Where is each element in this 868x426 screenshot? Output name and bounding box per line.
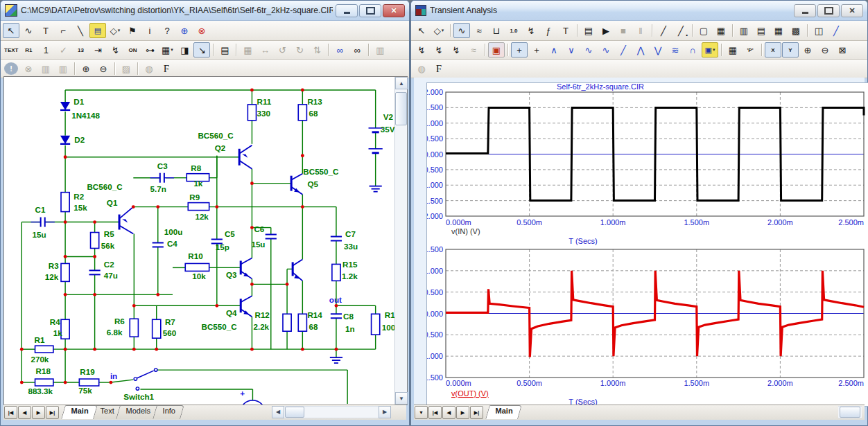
tab-nav-button[interactable]: ▶| <box>470 406 483 419</box>
page-tab-main[interactable]: Main <box>485 405 522 419</box>
font-button[interactable]: F <box>431 61 447 76</box>
hscroll-thumb[interactable] <box>840 407 860 418</box>
rotate-cw-button[interactable]: ↻ <box>291 42 308 57</box>
error-circle-icon[interactable]: ⊗ <box>20 61 37 76</box>
select-box-tool[interactable]: ▦ <box>239 42 256 57</box>
run-button[interactable]: ▶ <box>598 23 614 38</box>
close-button[interactable]: ✕ <box>383 4 405 17</box>
current-arrows-toggle[interactable]: ⇥ <box>89 42 106 57</box>
tab-nav-button[interactable]: |◀ <box>428 406 442 419</box>
flip-horizontal-button[interactable]: ↔ <box>257 42 273 57</box>
trace-label[interactable]: v(IN) (V) <box>451 227 480 236</box>
copy-picture-button[interactable]: ▥ <box>37 61 54 76</box>
zoom-in-button[interactable]: ⊕ <box>78 61 94 76</box>
bus-tool[interactable]: ▤ <box>89 23 106 38</box>
node-numbers-toggle[interactable]: 1 <box>37 42 54 57</box>
numeric-output-button[interactable]: ▦ <box>724 42 741 57</box>
hold-box-button[interactable]: ⊔ <box>488 23 505 38</box>
node-voltages-toggle[interactable]: 13 <box>72 42 89 57</box>
help-topics-button[interactable]: ▥ <box>372 42 388 57</box>
box-zoom-button[interactable]: ▨ <box>118 61 134 76</box>
split-plots-button[interactable]: ◫ <box>810 23 827 38</box>
pattern-hlines-button[interactable]: ▤ <box>753 23 770 38</box>
cursor-h-button[interactable]: + <box>511 42 528 57</box>
stop-button[interactable]: ■ <box>615 23 632 38</box>
valley-button[interactable]: ∨ <box>563 42 580 57</box>
flag-tool[interactable]: ⚑ <box>124 23 141 38</box>
web-icon[interactable]: ⊕ <box>176 23 193 38</box>
cursor-v-button[interactable]: + <box>528 42 545 57</box>
probe-off-icon[interactable]: ≈ <box>465 42 482 57</box>
dropdown-arrow-icon[interactable]: ▾ <box>442 28 444 33</box>
help-mode-tool[interactable]: ? <box>159 23 175 38</box>
schematic-hscrollbar[interactable]: ◀ ▶ <box>272 406 391 418</box>
zoom-box-button[interactable]: ⊠ <box>834 42 851 57</box>
conditions-toggle[interactable]: ON <box>124 42 141 57</box>
top-button[interactable]: ∩ <box>684 42 701 57</box>
border-toggle[interactable]: ◨ <box>176 42 193 57</box>
find-button[interactable]: ∞ <box>349 42 365 57</box>
plot-hscrollbar[interactable] <box>838 406 862 418</box>
properties-button[interactable]: ▤ <box>580 23 597 38</box>
x-scale-button[interactable]: X <box>765 42 781 57</box>
info-tool[interactable]: i <box>141 23 158 38</box>
tab-nav-button[interactable]: ▼ <box>415 406 428 419</box>
high-button[interactable]: ∿ <box>580 42 597 57</box>
dropdown-arrow-icon[interactable]: ▾ <box>171 47 173 53</box>
axis-format-button[interactable]: 1.0 <box>505 23 522 38</box>
peak-button[interactable]: ∧ <box>546 42 562 57</box>
tab-nav-button[interactable]: ▶ <box>32 406 45 419</box>
schematic-canvas[interactable]: D11N4148D2R215kC115uBC560_CQ1C35.7nR81kR… <box>4 77 395 405</box>
maximize-button[interactable] <box>359 4 381 17</box>
node-snap-toggle[interactable]: ↘ <box>193 42 210 57</box>
select-tool[interactable]: ↖ <box>3 23 19 38</box>
xy-plot-icon[interactable]: ▣ <box>488 42 505 57</box>
zoom-in-button[interactable]: ⊕ <box>799 42 816 57</box>
y-scale-button[interactable]: Y <box>782 42 799 57</box>
wire-tool[interactable]: ⌐ <box>55 23 71 38</box>
info-circle-icon[interactable]: ! <box>4 62 18 75</box>
pin-connections-toggle[interactable]: ⊶ <box>141 42 158 57</box>
low-button[interactable]: ∿ <box>598 42 614 57</box>
pause-button[interactable]: ‖ <box>632 23 649 38</box>
align-cursors-button[interactable]: ≈ <box>471 23 487 38</box>
scroll-left-button[interactable]: ◀ <box>272 406 284 418</box>
pattern-grid-button[interactable]: ▦ <box>770 23 787 38</box>
zoom-out-button[interactable]: ⊖ <box>817 42 833 57</box>
hscroll-thumb[interactable] <box>285 407 304 418</box>
scroll-down-button[interactable]: ▼ <box>395 392 408 405</box>
tab-nav-button[interactable]: ◀ <box>442 406 455 419</box>
left-titlebar[interactable]: C:\MC9\DATA\Petrov\switching distortion\… <box>1 1 409 21</box>
text-tool[interactable]: T <box>557 23 574 38</box>
text-tool[interactable]: T <box>37 23 54 38</box>
schematic-vscrollbar[interactable]: ▲ ▼ <box>394 77 407 405</box>
inflection-button[interactable]: ≋ <box>667 42 684 57</box>
pattern-vlines-button[interactable]: ▥ <box>736 23 752 38</box>
close-button[interactable]: ✕ <box>841 4 863 17</box>
right-titlebar[interactable]: Transient Analysis ✕ <box>411 1 867 21</box>
period-button[interactable]: 'P' <box>742 42 758 57</box>
power-toggle[interactable]: ↯ <box>107 42 123 57</box>
probe-both-icon[interactable]: ↯ <box>448 42 465 57</box>
rotate-ccw-button[interactable]: ↺ <box>274 42 290 57</box>
zoom-out-button[interactable]: ⊖ <box>95 61 112 76</box>
flip-vertical-button[interactable]: ⇅ <box>309 42 325 57</box>
component-mode-icon[interactable]: ∿ <box>20 23 37 38</box>
line-tool[interactable]: ╲ <box>72 23 89 38</box>
text-attr-toggle[interactable]: TEXT <box>3 42 19 57</box>
scroll-right-button[interactable]: ▶ <box>379 406 391 418</box>
vscroll-thumb[interactable] <box>395 92 407 125</box>
tab-nav-button[interactable]: ▶ <box>456 406 469 419</box>
minimize-button[interactable] <box>336 4 358 17</box>
line-tool[interactable]: ╱ <box>655 23 672 38</box>
tab-nav-button[interactable]: |◀ <box>4 406 17 419</box>
probe-vertical-icon[interactable]: ↯ <box>413 42 430 57</box>
sheet-tab-info[interactable]: Info <box>153 405 184 419</box>
vip-toggle[interactable]: ✓ <box>55 42 71 57</box>
plot-page[interactable]: Self-6tr_2kHz-square.CIR2.0001.5001.0000… <box>426 82 868 407</box>
plots-canvas[interactable]: Self-6tr_2kHz-square.CIR2.0001.5001.0000… <box>427 83 868 406</box>
global-low-button[interactable]: ⋁ <box>650 42 666 57</box>
no-errors-icon[interactable]: ⊗ <box>193 23 210 38</box>
polyline-tool[interactable]: ╱ <box>672 23 689 38</box>
function-button[interactable]: ƒ <box>540 23 557 38</box>
